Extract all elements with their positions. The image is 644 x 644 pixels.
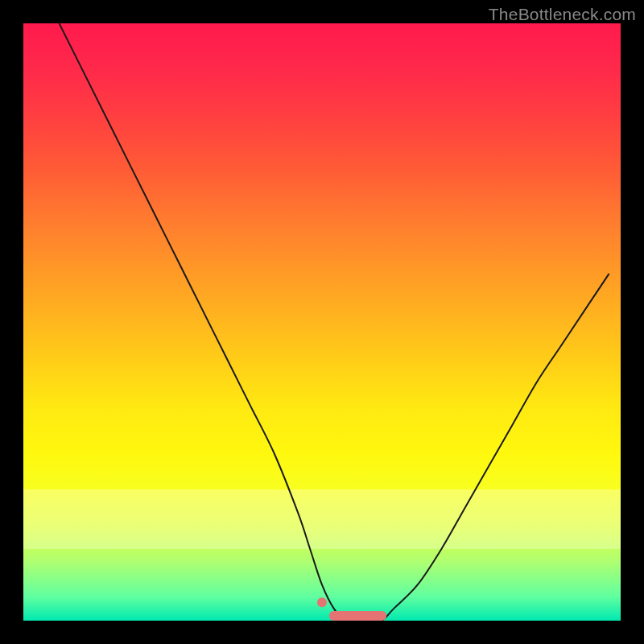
curve-layer (23, 23, 621, 621)
marker-dot (317, 597, 327, 607)
watermark-text: TheBottleneck.com (489, 5, 636, 24)
plot-area (23, 23, 621, 621)
bottleneck-curve (60, 23, 609, 621)
chart-frame: { "watermark": "TheBottleneck.com", "cha… (0, 0, 644, 644)
